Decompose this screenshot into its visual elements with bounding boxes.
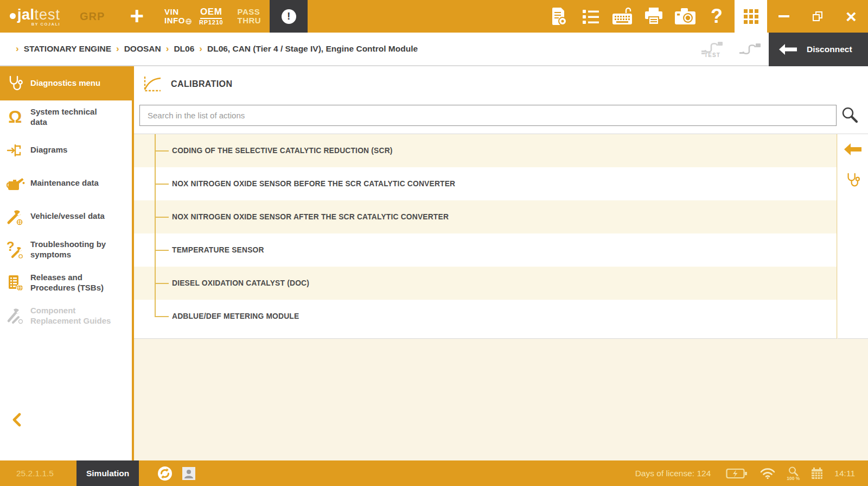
print-button[interactable] — [638, 0, 669, 33]
jaltest-logo[interactable]: jal test BY COJALI — [10, 7, 60, 27]
breadcrumb-chevron-icon: › — [199, 43, 202, 54]
test-label: TEST — [704, 52, 720, 58]
oil-can-icon — [0, 176, 30, 191]
clock-label: 14:11 — [834, 469, 855, 478]
sidebar-item-label: Troubleshooting by symptoms — [30, 239, 112, 260]
action-row[interactable]: NOX NITROGEN OXIDE SENSOR BEFORE THE SCR… — [134, 167, 837, 200]
checklist-icon — [582, 8, 600, 24]
disconnect-label: Disconnect — [807, 45, 852, 54]
sidebar-item-label: Maintenance data — [30, 178, 112, 188]
sidebar-item-label: Component Replacement Guides — [30, 306, 112, 326]
action-row[interactable]: CODING OF THE SELECTIVE CATALYTIC REDUCT… — [134, 134, 837, 167]
add-vehicle-button[interactable]: + — [130, 5, 144, 27]
restore-icon — [813, 11, 822, 21]
close-button[interactable]: × — [834, 0, 868, 33]
breadcrumb-stationary-engine[interactable]: STATIONARY ENGINE — [24, 44, 111, 54]
passthru-button[interactable]: PASS THRU — [238, 8, 261, 26]
diagnostics-shortcut-button[interactable] — [838, 172, 868, 188]
user-button[interactable] — [182, 467, 195, 480]
report-icon — [550, 7, 569, 26]
disconnect-button[interactable]: Disconnect — [769, 33, 868, 66]
close-icon: × — [846, 8, 857, 24]
grp-button[interactable]: GRP — [80, 10, 105, 23]
wifi-icon — [760, 467, 776, 480]
sidebar-item-troubleshooting-by-symptoms[interactable]: ? Troubleshooting by symptoms — [0, 233, 132, 266]
vin-line2: INFO — [164, 16, 185, 25]
pass-line1: PASS — [238, 8, 261, 17]
breadcrumb-bar: › STATIONARY ENGINE › DOOSAN › DL06 › DL… — [0, 33, 868, 66]
keyboard-button[interactable] — [607, 0, 638, 33]
breadcrumb-dl06[interactable]: DL06 — [174, 44, 194, 54]
main-panel: CALIBRATION CODING OF THE SELECTIVE CATA… — [134, 66, 868, 460]
test-connector-button[interactable]: TEST — [701, 40, 724, 58]
sidebar-item-label: Vehicle/vessel data — [30, 211, 112, 221]
action-label: DIESEL OXIDATION CATALYST (DOC) — [172, 279, 309, 287]
simulation-mode-badge[interactable]: Simulation — [76, 460, 139, 486]
sidebar-item-diagrams[interactable]: Diagrams — [0, 134, 132, 167]
restore-button[interactable] — [801, 0, 834, 33]
sidebar-item-maintenance-data[interactable]: Maintenance data — [0, 167, 132, 200]
main-header: CALIBRATION — [134, 66, 868, 134]
stethoscope-icon — [845, 172, 860, 188]
report-button[interactable] — [544, 0, 575, 33]
document-globe-icon — [0, 274, 30, 292]
sidebar-item-label: Diagrams — [30, 145, 112, 155]
connector-button[interactable] — [739, 42, 762, 56]
action-row[interactable]: ADBLUE/DEF METERING MODULE — [134, 300, 837, 333]
action-row[interactable]: TEMPERATURE SENSOR — [134, 233, 837, 267]
tree-line — [155, 134, 156, 317]
arrow-left-icon — [778, 43, 798, 55]
breadcrumb-doosan[interactable]: DOOSAN — [124, 44, 161, 54]
vin-info-button[interactable]: VIN INFO — [164, 8, 185, 26]
warning-button[interactable]: ! — [270, 0, 308, 33]
stethoscope-icon — [0, 75, 30, 92]
sidebar: Diagnostics menu Ω System technical data… — [0, 66, 134, 460]
pass-line2: THRU — [238, 16, 261, 26]
search-input[interactable] — [139, 105, 837, 126]
action-row[interactable]: NOX NITROGEN OXIDE SENSOR AFTER THE SCR … — [134, 200, 837, 233]
sidebar-item-vehicle-vessel-data[interactable]: Vehicle/vessel data — [0, 200, 132, 233]
breadcrumb-chevron-icon: › — [166, 43, 169, 54]
chevron-left-icon — [12, 413, 22, 427]
sidebar-item-releases-procedures[interactable]: Releases and Procedures (TSBs) — [0, 266, 132, 299]
version-label: 25.2.1.1.5 — [16, 469, 54, 478]
sidebar-item-label: System technical data — [30, 107, 112, 127]
warning-icon: ! — [282, 9, 296, 24]
sidebar-item-component-replacement-guides[interactable]: Component Replacement Guides — [0, 299, 132, 332]
sidebar-item-diagnostics-menu[interactable]: Diagnostics menu — [0, 66, 132, 100]
wrenches-icon — [0, 308, 30, 324]
diagrams-icon — [0, 142, 30, 159]
search-button[interactable] — [839, 104, 860, 126]
minimize-button[interactable] — [767, 0, 801, 33]
zoom-level-label: 100 % — [787, 476, 800, 481]
sync-button[interactable] — [157, 466, 173, 481]
question-wrench-icon: ? — [0, 241, 30, 258]
apps-menu-button[interactable] — [735, 0, 767, 33]
sidebar-item-label: Releases and Procedures (TSBs) — [30, 273, 112, 293]
battery-icon — [726, 468, 748, 479]
page-title: CALIBRATION — [171, 79, 232, 89]
sidebar-collapse-button[interactable] — [12, 413, 22, 429]
screenshot-button[interactable] — [669, 0, 701, 33]
list-footer — [134, 333, 837, 338]
logo-dot-icon — [10, 13, 16, 19]
calibration-icon — [142, 75, 162, 93]
zoom-control[interactable]: 100 % — [787, 466, 800, 481]
oem-rp1210-button[interactable]: OEM RP1210 — [199, 7, 224, 26]
camera-icon — [674, 7, 697, 26]
action-row[interactable]: DIESEL OXIDATION CATALYST (DOC) — [134, 267, 837, 300]
help-button[interactable]: ? — [701, 0, 732, 33]
omega-icon: Ω — [0, 109, 30, 125]
back-button[interactable] — [838, 143, 868, 156]
action-label: ADBLUE/DEF METERING MODULE — [172, 312, 299, 320]
keyboard-icon — [611, 7, 634, 26]
breadcrumb-system[interactable]: DL06, CAN (Tier 4 / Stage IV), Engine Co… — [207, 44, 418, 54]
actions-list: CODING OF THE SELECTIVE CATALYTIC REDUCT… — [134, 134, 837, 339]
action-label: TEMPERATURE SENSOR — [172, 246, 264, 254]
calendar-button[interactable] — [810, 467, 824, 480]
logo-test: test — [35, 7, 61, 23]
checklist-button[interactable] — [575, 0, 607, 33]
sidebar-item-system-technical-data[interactable]: Ω System technical data — [0, 100, 132, 134]
oem-line2: RP1210 — [199, 19, 224, 26]
sidebar-item-label: Diagnostics menu — [30, 78, 112, 88]
